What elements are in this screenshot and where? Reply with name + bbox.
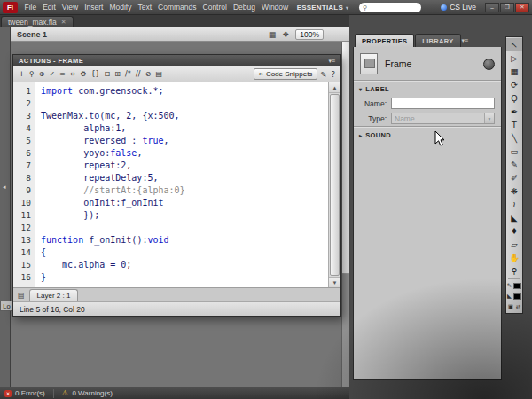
line-number-gutter: 12345678910111213141516 — [13, 82, 35, 287]
divider — [508, 278, 520, 279]
eyedropper-tool[interactable]: ♦ — [506, 224, 522, 238]
script-assist-icon[interactable]: ✎ — [318, 70, 328, 79]
code-text: f_onInit(): — [83, 235, 147, 245]
insert-target-path-icon[interactable]: ⊕ — [37, 70, 47, 78]
menu-window[interactable]: Window — [258, 3, 291, 12]
scroll-down-icon[interactable]: ▼ — [329, 277, 340, 287]
remove-comment-icon[interactable]: ⊘ — [144, 70, 153, 78]
minimize-button[interactable]: – — [485, 3, 499, 12]
apply-line-comment-icon[interactable]: // — [134, 70, 143, 78]
menu-insert[interactable]: Insert — [82, 3, 106, 12]
help-icon[interactable]: ? — [329, 70, 337, 79]
panel-menu-icon[interactable]: ▾≡ — [328, 58, 335, 65]
edit-symbols-icon[interactable]: ❖ — [282, 30, 289, 39]
code-scrollbar-thumb[interactable] — [330, 94, 340, 276]
zoom-level-select[interactable]: 100% — [295, 29, 324, 40]
rectangle-tool[interactable]: ▭ — [506, 145, 522, 158]
stage-scrollbar-thumb[interactable] — [342, 42, 349, 274]
frame-options-icon[interactable] — [483, 59, 495, 70]
tab-library[interactable]: LIBRARY — [415, 34, 460, 47]
script-tab[interactable]: Layer 2 : 1 — [29, 289, 79, 301]
fill-color-swatch[interactable] — [513, 293, 521, 300]
code-editor[interactable]: import com.greensock.*; TweenMax.to(mc, … — [35, 82, 328, 287]
divider — [53, 389, 54, 398]
panel-menu-icon[interactable]: ▾≡ — [462, 37, 469, 44]
swap-colors-icon[interactable]: ⇄ — [516, 303, 520, 310]
text-tool[interactable]: T — [506, 118, 522, 131]
menu-commands[interactable]: Commands — [155, 3, 200, 12]
hand-tool[interactable]: ✋ — [506, 251, 522, 264]
stroke-color-control[interactable]: ✎ — [506, 280, 522, 291]
pencil-tool[interactable]: ✎ — [506, 158, 522, 171]
paint-bucket-tool[interactable]: ◣ — [506, 211, 522, 224]
flash-logo[interactable]: Fl — [3, 2, 18, 13]
apply-block-comment-icon[interactable]: /* — [123, 70, 133, 78]
collapsed-panel-tab[interactable]: Lo — [0, 301, 13, 311]
selection-tool[interactable]: ↖ — [506, 38, 522, 51]
menu-control[interactable]: Control — [200, 3, 230, 12]
label-section-header[interactable]: ▾ LABEL — [354, 82, 501, 96]
fill-color-icon: ◣ — [507, 293, 512, 300]
bone-tool[interactable]: ≀ — [506, 198, 522, 211]
pen-tool[interactable]: ✒ — [506, 105, 522, 118]
menu-debug[interactable]: Debug — [230, 3, 258, 12]
check-syntax-icon[interactable]: ✓ — [47, 70, 57, 78]
3d-rotation-tool[interactable]: ⟳ — [506, 78, 522, 91]
maximize-button[interactable]: ❐ — [500, 3, 514, 12]
pin-script-icon[interactable]: ▤ — [18, 292, 25, 300]
deco-tool[interactable]: ❋ — [506, 184, 522, 198]
search-icon: ⚲ — [363, 4, 367, 11]
eraser-tool[interactable]: ▱ — [506, 238, 522, 251]
cs-live-button[interactable]: CS Live — [441, 3, 476, 12]
stroke-color-swatch[interactable] — [513, 283, 521, 289]
search-input[interactable] — [369, 4, 418, 12]
code-snippets-button[interactable]: ‹› Code Snippets — [254, 68, 318, 80]
add-script-icon[interactable]: + — [17, 70, 27, 78]
menu-file[interactable]: File — [21, 3, 40, 12]
debug-options-icon[interactable]: ⚙ — [78, 70, 88, 78]
close-icon[interactable]: ✕ — [61, 19, 66, 26]
script-status-bar: Line 5 of 16, Col 20 — [13, 301, 340, 316]
menu-edit[interactable]: Edit — [40, 3, 59, 12]
show-code-hint-icon[interactable]: ‹› — [68, 70, 77, 78]
menu-modify[interactable]: Modify — [106, 3, 135, 12]
auto-format-icon[interactable]: ≡ — [58, 70, 67, 78]
tab-properties[interactable]: PROPERTIES — [355, 34, 414, 47]
subselection-tool[interactable]: ▷ — [506, 51, 522, 65]
close-button[interactable]: ✕ — [515, 3, 529, 12]
expand-all-icon[interactable]: ⊞ — [113, 70, 122, 78]
type-field-label: Type: — [360, 114, 387, 123]
menu-text[interactable]: Text — [135, 3, 155, 12]
code-line — [41, 222, 328, 234]
code-keyword: true — [142, 136, 163, 145]
free-transform-tool[interactable]: ▦ — [506, 65, 522, 78]
collapse-selection-icon[interactable]: ⊟ — [103, 70, 113, 78]
line-tool[interactable]: ╲ — [506, 131, 522, 145]
collapse-between-braces-icon[interactable]: {} — [89, 70, 101, 78]
show-toolbox-icon[interactable]: ▤ — [153, 70, 164, 78]
edit-scene-icon[interactable]: ▦ — [269, 30, 277, 39]
stage-scrollbar[interactable] — [341, 42, 349, 387]
code-text: repeatDelay:5, — [41, 173, 158, 183]
menu-view[interactable]: View — [59, 3, 81, 12]
workspace-switcher[interactable]: ESSENTIALS ▾ — [297, 4, 348, 12]
scroll-up-icon[interactable]: ▲ — [329, 82, 340, 93]
frame-name-input[interactable] — [391, 98, 495, 109]
find-icon[interactable]: ⚲ — [27, 70, 36, 78]
actions-panel-titlebar[interactable]: ACTIONS - FRAME ▾≡ — [13, 55, 340, 66]
lasso-tool[interactable]: Ϙ — [506, 91, 522, 105]
document-tab[interactable]: tween_max.fla ✕ — [1, 16, 74, 27]
black-white-icon[interactable]: ▣ — [508, 303, 513, 310]
code-line: } — [41, 271, 328, 284]
sound-section-header[interactable]: ▸ SOUND — [354, 128, 501, 142]
help-search-box[interactable]: ⚲ — [359, 3, 421, 12]
label-type-select[interactable]: Name ▾ — [391, 113, 495, 124]
brush-tool[interactable]: ✐ — [506, 171, 522, 184]
zoom-tool[interactable]: ⚲ — [506, 264, 522, 278]
fill-color-control[interactable]: ◣ — [506, 291, 522, 301]
dock-grip-icon[interactable]: ◂ — [3, 184, 6, 191]
label-type-value: Name — [395, 114, 415, 123]
code-scrollbar[interactable]: ▲ ▼ — [328, 82, 340, 287]
code-keyword: false — [110, 148, 137, 158]
scene-name[interactable]: Scene 1 — [17, 30, 47, 39]
